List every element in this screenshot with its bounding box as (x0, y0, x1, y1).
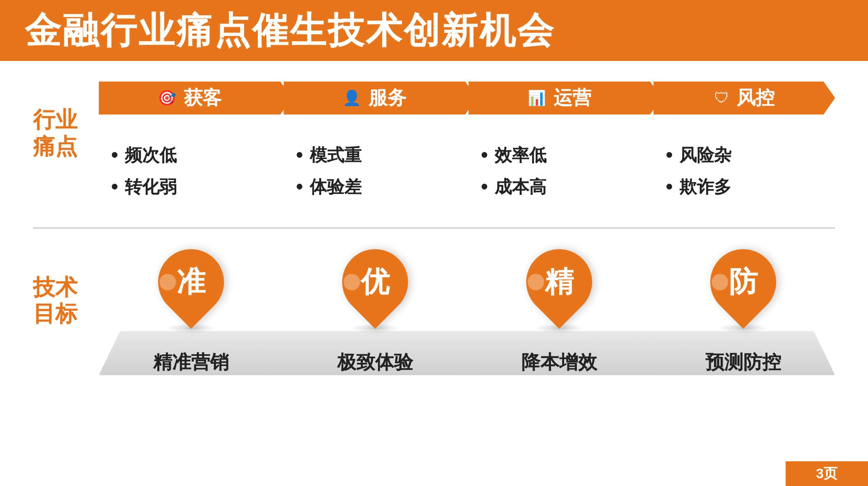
pin-circle-acquire: 准 (144, 235, 237, 328)
tech-targets-area: 准 精准营销 优 极致体验 精 (99, 249, 835, 375)
tech-col-service: 优 极致体验 (283, 249, 467, 375)
category-header-risk: 🛡 风控 (653, 82, 835, 114)
pin-service: 优 (338, 249, 412, 332)
pin-char-operation: 精 (545, 263, 574, 301)
columns-area: 🎯 获客 👤 服务 📊 运营 🛡 风控 (99, 82, 835, 211)
category-header-service: 👤 服务 (284, 82, 465, 114)
top-section: 行业 痛点 🎯 获客 👤 服务 📊 运营 (33, 82, 835, 211)
pain-col-operation: 效率低 成本高 (469, 131, 650, 211)
pin-acquire: 准 (154, 249, 228, 332)
page-title: 金融行业痛点催生技术创新机会 (25, 6, 555, 55)
tech-col-risk: 防 预测防控 (651, 249, 835, 375)
pain-service-2: 体验差 (296, 171, 453, 203)
row-label-industry: 行业 痛点 (33, 82, 99, 160)
category-headers: 🎯 获客 👤 服务 📊 运营 🛡 风控 (99, 82, 835, 114)
page-number: 3页 (816, 464, 838, 483)
pin-circle-service: 优 (328, 235, 421, 328)
row-label-tech: 技术 目标 (33, 249, 99, 327)
operation-icon: 📊 (527, 89, 546, 107)
category-header-operation: 📊 运营 (469, 82, 650, 114)
page-footer: 3页 (786, 461, 868, 486)
category-header-acquire: 🎯 获客 (99, 82, 280, 114)
pin-char-risk: 防 (729, 263, 758, 301)
pain-col-service: 模式重 体验差 (284, 131, 465, 211)
pain-risk-1: 风险杂 (666, 139, 823, 171)
service-label: 服务 (369, 85, 406, 111)
tech-label-acquire: 精准营销 (153, 350, 229, 375)
operation-label: 运营 (553, 85, 591, 111)
pain-points-row: 频次低 转化弱 模式重 体验差 效率低 成本高 风险杂 欺诈多 (99, 131, 835, 211)
risk-icon: 🛡 (714, 89, 729, 107)
service-icon: 👤 (343, 89, 361, 107)
pain-service-1: 模式重 (296, 139, 453, 171)
pain-acquire-1: 频次低 (111, 139, 268, 171)
title-bar: 金融行业痛点催生技术创新机会 (0, 0, 868, 61)
pin-risk: 防 (706, 249, 780, 332)
pain-col-acquire: 频次低 转化弱 (99, 131, 280, 211)
pin-circle-operation: 精 (512, 235, 605, 328)
acquire-label: 获客 (184, 85, 222, 111)
section-divider (33, 227, 835, 229)
pain-operation-1: 效率低 (481, 139, 638, 171)
pin-char-service: 优 (361, 263, 390, 301)
pin-char-acquire: 准 (177, 263, 205, 301)
pin-operation: 精 (522, 249, 596, 332)
main-content: 行业 痛点 🎯 获客 👤 服务 📊 运营 (0, 61, 868, 392)
bottom-section: 技术 目标 准 精准营销 优 (33, 249, 835, 375)
pain-risk-2: 欺诈多 (666, 171, 823, 203)
pain-col-risk: 风险杂 欺诈多 (653, 131, 835, 211)
pain-operation-2: 成本高 (481, 171, 638, 203)
pain-acquire-2: 转化弱 (111, 171, 268, 203)
acquire-icon: 🎯 (158, 89, 176, 107)
tech-label-service: 极致体验 (337, 350, 413, 375)
tech-label-operation: 降本增效 (521, 350, 597, 375)
tech-label-line1: 技术 (33, 274, 99, 301)
tech-col-operation: 精 降本增效 (467, 249, 651, 375)
tech-label-line2: 目标 (33, 300, 99, 327)
industry-label-line2: 痛点 (33, 133, 99, 160)
risk-label: 风控 (737, 85, 775, 111)
pin-circle-risk: 防 (696, 235, 789, 328)
tech-label-risk: 预测防控 (705, 350, 781, 375)
tech-col-acquire: 准 精准营销 (99, 249, 283, 375)
industry-label-line1: 行业 (33, 106, 99, 133)
